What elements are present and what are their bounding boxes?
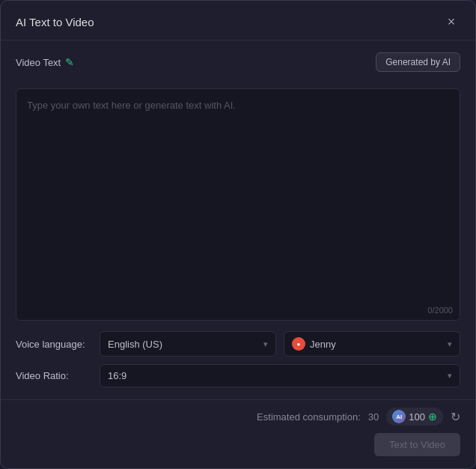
textarea-wrapper: 0/2000 bbox=[16, 88, 460, 321]
edit-icon[interactable]: ✎ bbox=[65, 56, 74, 68]
voice-language-chevron: ▾ bbox=[263, 339, 268, 349]
voice-name-left: ● Jenny bbox=[292, 337, 442, 351]
ai-icon: AI bbox=[392, 410, 406, 423]
footer-row: Estimated consumption: 30 AI 100 ⊕ ↻ bbox=[16, 408, 460, 426]
voice-language-row: Voice language: English (US) ▾ ● Jenny bbox=[16, 331, 460, 357]
footer: Estimated consumption: 30 AI 100 ⊕ ↻ Tex… bbox=[1, 399, 475, 468]
voice-avatar: ● bbox=[292, 337, 305, 351]
voice-selects-group: English (US) ▾ ● Jenny ▾ bbox=[100, 331, 460, 357]
voice-language-select[interactable]: English (US) ▾ bbox=[100, 331, 276, 357]
title-bar: AI Text to Video × bbox=[1, 1, 475, 40]
video-ratio-value: 16:9 bbox=[108, 370, 126, 381]
video-ratio-label: Video Ratio: bbox=[16, 370, 91, 381]
refresh-icon[interactable]: ↻ bbox=[451, 410, 460, 424]
voice-language-value: English (US) bbox=[108, 339, 162, 350]
ai-credits-badge: AI 100 ⊕ bbox=[386, 408, 443, 426]
video-ratio-row: Video Ratio: 16:9 ▾ bbox=[16, 364, 460, 387]
voice-name-select[interactable]: ● Jenny ▾ bbox=[284, 331, 460, 357]
form-rows: Voice language: English (US) ▾ ● Jenny bbox=[16, 331, 460, 387]
video-ratio-select[interactable]: 16:9 ▾ bbox=[100, 364, 460, 387]
voice-dot-icon: ● bbox=[297, 341, 301, 348]
video-text-header: Video Text ✎ Generated by AI bbox=[16, 52, 460, 72]
char-count: 0/2000 bbox=[427, 306, 453, 315]
consumption-value: 30 bbox=[368, 411, 379, 423]
ai-icon-label: AI bbox=[396, 414, 402, 420]
dialog-content: Video Text ✎ Generated by AI 0/2000 Voic… bbox=[1, 40, 475, 399]
video-text-input[interactable] bbox=[16, 88, 460, 321]
generated-by-ai-button[interactable]: Generated by AI bbox=[376, 52, 460, 72]
voice-name-chevron: ▾ bbox=[448, 339, 452, 349]
voice-language-label: Voice language: bbox=[16, 339, 91, 350]
close-button[interactable]: × bbox=[442, 13, 460, 31]
video-ratio-chevron: ▾ bbox=[448, 371, 452, 381]
video-text-label-text: Video Text bbox=[16, 57, 61, 68]
estimated-consumption-label: Estimated consumption: bbox=[257, 411, 361, 423]
credits-number: 100 bbox=[409, 411, 425, 423]
dialog-title: AI Text to Video bbox=[16, 16, 94, 28]
ai-text-to-video-dialog: AI Text to Video × Video Text ✎ Generate… bbox=[0, 0, 476, 469]
voice-name-value: Jenny bbox=[310, 339, 336, 350]
video-text-label: Video Text ✎ bbox=[16, 56, 74, 68]
text-to-video-button[interactable]: Text to Video bbox=[374, 433, 460, 456]
add-credits-icon[interactable]: ⊕ bbox=[428, 411, 437, 423]
